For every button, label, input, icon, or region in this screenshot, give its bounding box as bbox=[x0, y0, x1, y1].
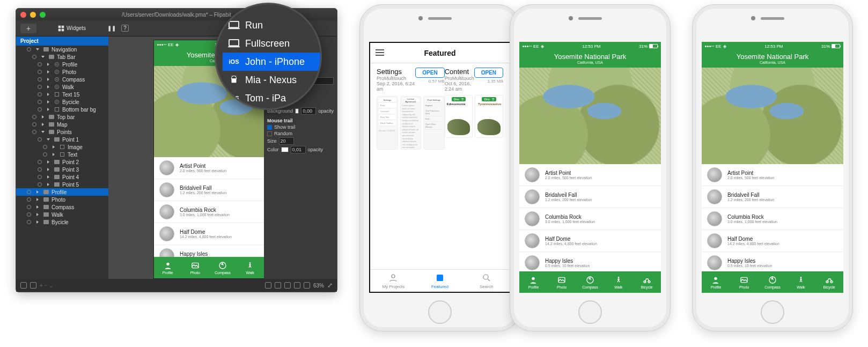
visibility-icon[interactable] bbox=[37, 107, 42, 112]
tree-item[interactable]: Photo bbox=[16, 68, 108, 76]
tree-item[interactable]: Image bbox=[16, 143, 108, 151]
expand-icon[interactable] bbox=[46, 182, 51, 187]
tree-item[interactable]: Text bbox=[16, 151, 108, 158]
tree-item[interactable]: Points bbox=[16, 128, 108, 136]
device-menu-item[interactable]: Run bbox=[223, 16, 320, 34]
tab-compass[interactable]: Compass bbox=[576, 271, 605, 293]
visibility-icon[interactable] bbox=[32, 114, 37, 120]
home-button[interactable] bbox=[761, 300, 784, 324]
featured-tab-search[interactable]: Search bbox=[463, 270, 510, 292]
visibility-icon[interactable] bbox=[32, 54, 37, 60]
footer-tool-4[interactable] bbox=[294, 282, 300, 289]
tab-bicycle[interactable]: Bicycle bbox=[632, 271, 661, 293]
point-row[interactable]: Columbia Rock3.0 miles, 1,000 feet eleva… bbox=[702, 208, 843, 230]
tree-item[interactable]: Walk bbox=[16, 211, 108, 218]
visibility-icon[interactable] bbox=[26, 219, 32, 225]
expand-icon[interactable] bbox=[46, 77, 51, 82]
tree-item[interactable]: Point 5 bbox=[16, 181, 108, 188]
point-row[interactable]: Columbia Rock3.0 miles, 1,000 feet eleva… bbox=[519, 208, 661, 230]
show-trail-check[interactable] bbox=[267, 125, 272, 130]
expand-icon[interactable] bbox=[35, 189, 40, 195]
tree-item[interactable]: Bycicle bbox=[16, 98, 108, 106]
expand-icon[interactable] bbox=[51, 144, 56, 150]
home-button[interactable] bbox=[578, 300, 602, 324]
tree-item[interactable]: Tab Bar bbox=[16, 53, 108, 61]
point-row[interactable]: Happy Isles0.5 miles, 10 feet elevation bbox=[702, 252, 843, 271]
map-view[interactable] bbox=[519, 68, 661, 164]
visibility-icon[interactable] bbox=[37, 167, 42, 172]
bg-swatch[interactable] bbox=[295, 108, 299, 114]
widgets-button[interactable]: Widgets bbox=[58, 25, 86, 32]
tree-item[interactable]: Point 2 bbox=[16, 158, 108, 166]
tree-item[interactable]: Point 4 bbox=[16, 173, 108, 181]
point-row[interactable]: Happy Isles0.5 miles, 10 feet elevation bbox=[519, 252, 661, 271]
expand-icon[interactable] bbox=[35, 204, 40, 210]
footer-btn-2[interactable] bbox=[30, 282, 36, 289]
tab-walk[interactable]: Walk bbox=[786, 271, 815, 293]
expand-icon[interactable] bbox=[46, 107, 51, 112]
tree-item[interactable]: Point 3 bbox=[16, 166, 108, 173]
visibility-icon[interactable] bbox=[26, 47, 32, 52]
tab-walk[interactable]: Walk bbox=[604, 271, 632, 293]
visibility-icon[interactable] bbox=[32, 129, 37, 135]
tab-photo[interactable]: Photo bbox=[730, 271, 759, 293]
expand-icon[interactable] bbox=[35, 197, 40, 202]
point-row[interactable]: Artist Point2.0 miles, 500 feet elevatio… bbox=[702, 164, 843, 186]
point-row[interactable]: Half Dome14.2 miles, 4,800 feet elevatio… bbox=[702, 230, 843, 252]
expand-icon[interactable] bbox=[40, 114, 46, 120]
tree-item[interactable]: Top bar bbox=[16, 113, 108, 121]
tree-item[interactable]: Bycicle bbox=[16, 218, 108, 226]
device-menu-item[interactable]: iOSJohn - iPhone bbox=[223, 53, 320, 71]
expand-icon[interactable] bbox=[46, 174, 51, 180]
visibility-icon[interactable] bbox=[37, 62, 42, 67]
expand-icon[interactable] bbox=[35, 47, 40, 52]
tree-item[interactable]: Text 15 bbox=[16, 91, 108, 98]
footer-tool-1[interactable] bbox=[265, 282, 271, 289]
expand-icon[interactable] bbox=[46, 159, 51, 165]
featured-tab-featured[interactable]: Featured bbox=[417, 270, 464, 292]
tree-item[interactable]: Walk bbox=[16, 83, 108, 91]
point-row[interactable]: Artist Point2.0 miles, 500 feet elevatio… bbox=[519, 164, 661, 186]
tab-profile[interactable]: Profile bbox=[519, 271, 548, 293]
visibility-icon[interactable] bbox=[37, 92, 42, 97]
visibility-icon[interactable] bbox=[37, 174, 42, 180]
tab-profile[interactable]: Profile bbox=[702, 271, 730, 293]
footer-tool-3[interactable] bbox=[284, 282, 291, 289]
tab-profile[interactable]: Profile bbox=[154, 257, 181, 278]
visibility-icon[interactable] bbox=[37, 99, 42, 105]
point-row[interactable]: Bridalveil Fall1.2 miles, 200 feet eleva… bbox=[519, 186, 661, 208]
project-root[interactable]: Project bbox=[16, 36, 108, 46]
tab-bicycle[interactable]: Bicycle bbox=[815, 271, 843, 293]
footer-tool-5[interactable] bbox=[304, 282, 310, 289]
visibility-icon[interactable] bbox=[37, 77, 42, 82]
visibility-icon[interactable] bbox=[26, 204, 32, 210]
visibility-icon[interactable] bbox=[26, 212, 32, 217]
project-tree[interactable]: Project NavigationTab BarProfilePhotoCom… bbox=[16, 36, 108, 279]
home-button[interactable] bbox=[428, 300, 452, 324]
add-button[interactable]: + bbox=[20, 24, 36, 33]
tree-item[interactable]: Photo bbox=[16, 196, 108, 203]
open-button[interactable]: OPEN bbox=[415, 68, 444, 78]
device-menu-item[interactable]: Fullscreen bbox=[223, 34, 320, 53]
color-opacity-field[interactable] bbox=[291, 146, 306, 153]
open-button[interactable]: OPEN bbox=[474, 68, 503, 78]
visibility-icon[interactable] bbox=[37, 182, 42, 187]
pause-icon[interactable]: ❚❚ bbox=[107, 25, 116, 31]
point-row[interactable]: Bridalveil Fall1.2 miles, 200 feet eleva… bbox=[702, 186, 843, 208]
tree-item[interactable]: Navigation bbox=[16, 46, 108, 53]
visibility-icon[interactable] bbox=[32, 122, 37, 127]
visibility-icon[interactable] bbox=[37, 84, 42, 90]
expand-icon[interactable] bbox=[40, 54, 46, 60]
help-button[interactable]: ? bbox=[121, 25, 129, 32]
footer-tool-2[interactable] bbox=[275, 282, 281, 289]
tree-item[interactable]: Bottom bar bg bbox=[16, 106, 108, 113]
tree-item[interactable]: Map bbox=[16, 121, 108, 128]
tree-item[interactable]: Point 1 bbox=[16, 136, 108, 143]
color-swatch[interactable] bbox=[281, 147, 289, 152]
size-field[interactable] bbox=[279, 137, 294, 145]
expand-icon[interactable] bbox=[35, 219, 40, 225]
tree-item[interactable]: Profile bbox=[16, 188, 108, 196]
tab-compass[interactable]: Compass bbox=[209, 257, 236, 278]
expand-icon[interactable] bbox=[51, 152, 56, 157]
tree-item[interactable]: Compass bbox=[16, 203, 108, 211]
